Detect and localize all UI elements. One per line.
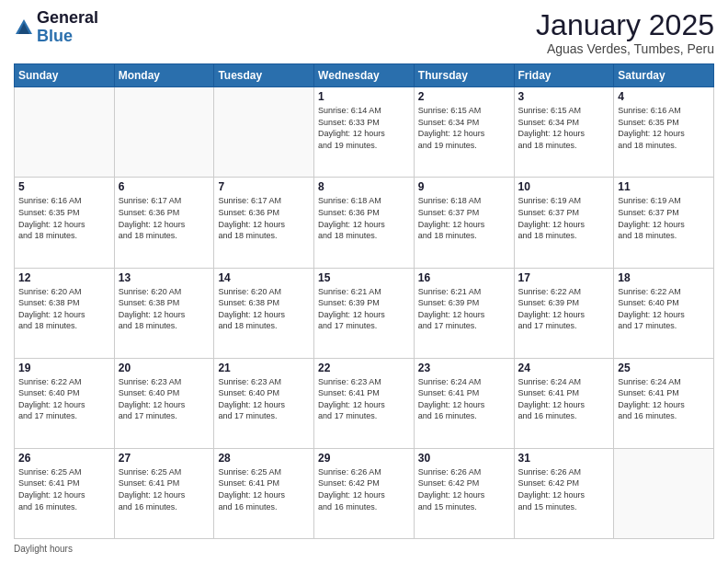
day-number: 11 [618,180,710,193]
day-info: Sunrise: 6:17 AM Sunset: 6:36 PM Dayligh… [218,195,310,241]
day-number: 22 [318,362,410,374]
calendar-page: General Blue January 2025 Aguas Verdes, … [0,0,728,563]
day-number: 20 [119,362,210,374]
table-row: 3Sunrise: 6:15 AM Sunset: 6:34 PM Daylig… [514,87,614,178]
header-monday: Monday [114,64,214,87]
day-info: Sunrise: 6:22 AM Sunset: 6:40 PM Dayligh… [618,286,710,332]
day-info: Sunrise: 6:21 AM Sunset: 6:39 PM Dayligh… [318,286,410,332]
page-header: General Blue January 2025 Aguas Verdes, … [14,9,714,56]
table-row: 25Sunrise: 6:24 AM Sunset: 6:41 PM Dayli… [614,358,714,448]
day-info: Sunrise: 6:19 AM Sunset: 6:37 PM Dayligh… [618,195,710,241]
logo: General Blue [14,9,98,46]
day-info: Sunrise: 6:24 AM Sunset: 6:41 PM Dayligh… [618,376,710,422]
day-info: Sunrise: 6:17 AM Sunset: 6:36 PM Dayligh… [119,195,210,241]
day-number: 16 [418,271,510,284]
table-row: 24Sunrise: 6:24 AM Sunset: 6:41 PM Dayli… [514,358,614,448]
day-info: Sunrise: 6:20 AM Sunset: 6:38 PM Dayligh… [18,286,110,332]
table-row: 17Sunrise: 6:22 AM Sunset: 6:39 PM Dayli… [514,268,614,358]
header-wednesday: Wednesday [314,64,415,87]
table-row: 4Sunrise: 6:16 AM Sunset: 6:35 PM Daylig… [614,87,714,178]
table-row: 30Sunrise: 6:26 AM Sunset: 6:42 PM Dayli… [414,448,514,538]
location: Aguas Verdes, Tumbes, Peru [536,41,714,56]
day-number: 13 [119,271,210,284]
day-info: Sunrise: 6:18 AM Sunset: 6:36 PM Dayligh… [318,195,410,241]
table-row [114,87,214,178]
day-info: Sunrise: 6:26 AM Sunset: 6:42 PM Dayligh… [518,466,610,512]
table-row: 7Sunrise: 6:17 AM Sunset: 6:36 PM Daylig… [214,178,314,268]
day-info: Sunrise: 6:14 AM Sunset: 6:33 PM Dayligh… [318,105,410,151]
table-row: 20Sunrise: 6:23 AM Sunset: 6:40 PM Dayli… [114,358,214,448]
day-info: Sunrise: 6:22 AM Sunset: 6:40 PM Dayligh… [18,376,110,422]
table-row: 21Sunrise: 6:23 AM Sunset: 6:40 PM Dayli… [214,358,314,448]
day-info: Sunrise: 6:25 AM Sunset: 6:41 PM Dayligh… [119,466,210,512]
table-row: 27Sunrise: 6:25 AM Sunset: 6:41 PM Dayli… [114,448,214,538]
day-info: Sunrise: 6:19 AM Sunset: 6:37 PM Dayligh… [518,195,610,241]
day-number: 26 [18,452,110,465]
day-number: 28 [218,452,310,465]
table-row: 2Sunrise: 6:15 AM Sunset: 6:34 PM Daylig… [414,87,514,178]
day-number: 9 [418,180,510,193]
day-number: 18 [618,271,710,284]
table-row [614,448,714,538]
table-row: 8Sunrise: 6:18 AM Sunset: 6:36 PM Daylig… [314,178,415,268]
table-row: 5Sunrise: 6:16 AM Sunset: 6:35 PM Daylig… [15,178,115,268]
day-number: 2 [418,90,510,103]
day-info: Sunrise: 6:20 AM Sunset: 6:38 PM Dayligh… [119,286,210,332]
day-info: Sunrise: 6:23 AM Sunset: 6:40 PM Dayligh… [119,376,210,422]
day-number: 21 [218,362,310,374]
table-row: 28Sunrise: 6:25 AM Sunset: 6:41 PM Dayli… [214,448,314,538]
day-number: 1 [318,90,410,103]
day-info: Sunrise: 6:24 AM Sunset: 6:41 PM Dayligh… [418,376,510,422]
day-number: 25 [618,362,710,374]
table-row: 1Sunrise: 6:14 AM Sunset: 6:33 PM Daylig… [314,87,415,178]
table-row: 9Sunrise: 6:18 AM Sunset: 6:37 PM Daylig… [414,178,514,268]
day-number: 14 [218,271,310,284]
header-thursday: Thursday [414,64,514,87]
table-row: 16Sunrise: 6:21 AM Sunset: 6:39 PM Dayli… [414,268,514,358]
table-row: 19Sunrise: 6:22 AM Sunset: 6:40 PM Dayli… [15,358,115,448]
day-number: 31 [518,452,610,465]
header-saturday: Saturday [614,64,714,87]
calendar-week-row: 19Sunrise: 6:22 AM Sunset: 6:40 PM Dayli… [15,358,714,448]
table-row: 14Sunrise: 6:20 AM Sunset: 6:38 PM Dayli… [214,268,314,358]
calendar-table: Sunday Monday Tuesday Wednesday Thursday… [14,63,714,539]
logo-icon [14,17,34,38]
table-row: 23Sunrise: 6:24 AM Sunset: 6:41 PM Dayli… [414,358,514,448]
day-number: 27 [119,452,210,465]
day-number: 29 [318,452,410,465]
table-row: 13Sunrise: 6:20 AM Sunset: 6:38 PM Dayli… [114,268,214,358]
calendar-header-row: Sunday Monday Tuesday Wednesday Thursday… [15,64,714,87]
table-row: 22Sunrise: 6:23 AM Sunset: 6:41 PM Dayli… [314,358,415,448]
day-number: 10 [518,180,610,193]
day-info: Sunrise: 6:23 AM Sunset: 6:40 PM Dayligh… [218,376,310,422]
table-row [214,87,314,178]
table-row: 11Sunrise: 6:19 AM Sunset: 6:37 PM Dayli… [614,178,714,268]
logo-general: General [37,9,98,28]
day-info: Sunrise: 6:16 AM Sunset: 6:35 PM Dayligh… [18,195,110,241]
day-number: 6 [119,180,210,193]
table-row: 15Sunrise: 6:21 AM Sunset: 6:39 PM Dayli… [314,268,415,358]
day-info: Sunrise: 6:16 AM Sunset: 6:35 PM Dayligh… [618,105,710,151]
table-row: 6Sunrise: 6:17 AM Sunset: 6:36 PM Daylig… [114,178,214,268]
day-number: 5 [18,180,110,193]
day-number: 8 [318,180,410,193]
day-info: Sunrise: 6:26 AM Sunset: 6:42 PM Dayligh… [318,466,410,512]
day-number: 3 [518,90,610,103]
table-row: 10Sunrise: 6:19 AM Sunset: 6:37 PM Dayli… [514,178,614,268]
header-friday: Friday [514,64,614,87]
day-info: Sunrise: 6:15 AM Sunset: 6:34 PM Dayligh… [418,105,510,151]
day-info: Sunrise: 6:18 AM Sunset: 6:37 PM Dayligh… [418,195,510,241]
day-info: Sunrise: 6:22 AM Sunset: 6:39 PM Dayligh… [518,286,610,332]
logo-text: General Blue [37,9,98,46]
day-info: Sunrise: 6:26 AM Sunset: 6:42 PM Dayligh… [418,466,510,512]
day-number: 12 [18,271,110,284]
day-number: 4 [618,90,710,103]
title-section: January 2025 Aguas Verdes, Tumbes, Peru [536,9,714,56]
table-row: 31Sunrise: 6:26 AM Sunset: 6:42 PM Dayli… [514,448,614,538]
calendar-week-row: 1Sunrise: 6:14 AM Sunset: 6:33 PM Daylig… [15,87,714,178]
day-number: 7 [218,180,310,193]
logo-blue: Blue [37,28,98,46]
day-number: 23 [418,362,510,374]
day-number: 24 [518,362,610,374]
table-row: 12Sunrise: 6:20 AM Sunset: 6:38 PM Dayli… [15,268,115,358]
